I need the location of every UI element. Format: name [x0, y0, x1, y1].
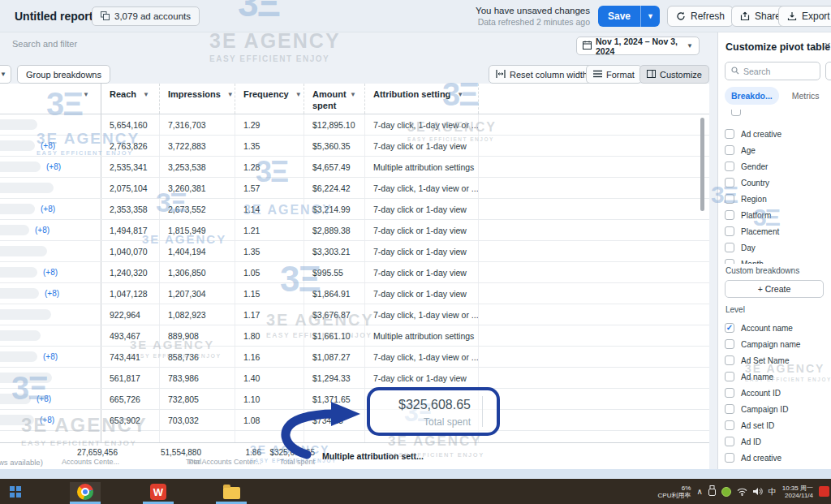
checkbox-item[interactable]: Platform	[725, 207, 829, 223]
checkbox[interactable]	[725, 437, 734, 446]
clock[interactable]: 10:35 周一 2024/11/4	[782, 485, 813, 499]
checkbox[interactable]	[725, 404, 734, 414]
checkbox-item[interactable]: Ad creative	[725, 126, 829, 142]
checked-checkbox[interactable]: ✓	[725, 323, 734, 333]
checkbox-item[interactable]: Country	[725, 174, 829, 191]
checkbox[interactable]	[725, 420, 734, 430]
checkbox-item[interactable]: Ad creative	[725, 450, 829, 466]
file-explorer-taskbar-button[interactable]	[216, 482, 247, 502]
checkbox[interactable]	[725, 194, 734, 204]
cutoff-panel-button[interactable]	[825, 62, 831, 80]
checkbox-label: Account ID	[741, 389, 781, 398]
export-button[interactable]: Export	[778, 6, 831, 27]
redacted-account-name	[0, 373, 52, 383]
antivirus-icon[interactable]	[721, 487, 731, 497]
table-row[interactable]: (+8) 1,047,128 1,207,304 1.15 $1,864.91 …	[0, 283, 709, 304]
checkbox-item[interactable]: Region	[725, 191, 829, 207]
checkbox[interactable]	[725, 162, 734, 171]
table-row[interactable]: 922,964 1,082,923 1.17 $3,676.87 7-day c…	[0, 304, 709, 325]
checkbox[interactable]	[725, 226, 734, 236]
checkbox-label: Ad ID	[741, 437, 761, 446]
tab-metrics[interactable]: Metrics	[786, 87, 826, 105]
checkbox[interactable]	[725, 259, 734, 264]
column-header-frequency[interactable]: Frequency▼	[235, 84, 304, 114]
table-row[interactable]: 2,075,104 3,260,381 1.57 $6,224.42 7-day…	[0, 178, 709, 199]
wps-taskbar-button[interactable]: W	[143, 482, 174, 502]
checkbox-item[interactable]: Ad Set Name	[725, 352, 829, 368]
checkbox[interactable]	[725, 388, 734, 398]
column-header-reach[interactable]: Reach▼	[101, 84, 160, 114]
checkbox-item[interactable]: Campaign name	[725, 336, 829, 352]
checkbox-item[interactable]	[731, 110, 829, 119]
checkbox[interactable]	[725, 355, 734, 365]
table-row[interactable]: 1,040,070 1,404,194 1.35 $3,303.21 7-day…	[0, 241, 709, 262]
column-header-amount-spent[interactable]: Amount spent▼	[304, 84, 365, 114]
ad-accounts-button[interactable]: 3,079 ad accounts	[92, 6, 200, 26]
checkbox-item[interactable]: Campaign ID	[725, 401, 829, 417]
date-range-button[interactable]: Nov 1, 2024 – Nov 3, 2024 ▼	[576, 37, 700, 55]
checkbox-item[interactable]: Ad ID	[725, 433, 829, 450]
hidden-icons-chevron[interactable]: ∧	[696, 487, 702, 496]
chevron-down-icon[interactable]: ▼	[227, 91, 234, 114]
refresh-button[interactable]: Refresh	[667, 6, 734, 27]
chrome-taskbar-button[interactable]	[70, 482, 101, 502]
create-custom-breakdown-button[interactable]: + Create	[725, 280, 824, 298]
customize-button[interactable]: Customize	[639, 65, 709, 84]
checkbox[interactable]	[725, 210, 734, 220]
checkbox-item[interactable]: Placement	[725, 223, 829, 239]
chevron-down-icon: ▼	[687, 42, 693, 50]
checkbox-item[interactable]: ✓Account name	[725, 320, 829, 336]
notification-icon[interactable]	[819, 486, 829, 497]
table-row[interactable]: (+8) 2,535,341 3,253,538 1.28 $4,657.49 …	[0, 157, 709, 178]
table-row[interactable]: 5,654,160 7,316,703 1.29 $12,895.10 7-da…	[0, 114, 709, 136]
checkbox[interactable]	[725, 372, 734, 381]
column-header-name[interactable]: ▼	[0, 84, 101, 114]
checkbox-item[interactable]: Age	[725, 142, 829, 158]
table-row[interactable]: 561,817 783,986 1.40 $1,294.33 7-day cli…	[0, 368, 709, 389]
checkbox[interactable]	[725, 453, 734, 463]
table-row[interactable]: (+8) 2,353,358 2,673,552 1.14 $3,214.99 …	[0, 199, 709, 220]
table-row[interactable]: (+8) 1,240,320 1,306,850 1.05 $995.55 7-…	[0, 262, 709, 283]
taskbar: W 6% CPU利用率 ∧ 中 10:35 周一 2024/11/4	[0, 479, 831, 504]
table-row[interactable]: 493,467 889,908 1.80 $1,661.10 Multiple …	[0, 325, 709, 347]
chevron-down-icon[interactable]: ▼	[143, 91, 149, 114]
checkbox-label: Account name	[741, 324, 793, 333]
chevron-down-icon[interactable]: ▼	[350, 91, 356, 114]
checkbox-item[interactable]: Ad name	[725, 368, 829, 385]
tab-breakdowns[interactable]: Breakdo...	[725, 87, 779, 105]
cutoff-dropdown-button[interactable]: ▼	[0, 65, 11, 84]
close-icon[interactable]: ✕	[824, 41, 831, 51]
checkbox-item[interactable]: Account ID	[725, 385, 829, 401]
panel-search-input[interactable]: Search	[725, 62, 820, 80]
checkbox[interactable]	[725, 243, 734, 252]
chevron-down-icon[interactable]: ▼	[295, 91, 302, 114]
checkbox-label: Age	[741, 146, 756, 155]
format-button[interactable]: Format	[586, 65, 642, 84]
table-row[interactable]: (+8) 1,494,817 1,815,949 1.21 $2,889.38 …	[0, 220, 709, 241]
checkbox[interactable]	[725, 339, 734, 349]
table-row[interactable]: (+8) 743,441 858,736 1.16 $1,087.27 7-da…	[0, 347, 709, 368]
save-dropdown-button[interactable]: ▼	[640, 6, 660, 27]
checkbox-item[interactable]: Month	[725, 256, 829, 264]
checkbox-item[interactable]: Gender	[725, 158, 829, 174]
checkbox-item[interactable]: Ad set ID	[725, 417, 829, 433]
column-header-impressions[interactable]: Impressions▼	[160, 84, 235, 114]
vertical-scrollbar[interactable]	[700, 118, 704, 211]
reset-column-widths-button[interactable]: Reset column widths	[489, 65, 600, 84]
ime-indicator[interactable]: 中	[769, 486, 777, 498]
table-row[interactable]: (+8) 2,763,826 3,722,883 1.35 $5,360.35 …	[0, 136, 709, 157]
checkbox[interactable]	[725, 178, 734, 187]
checkbox[interactable]	[725, 145, 734, 155]
column-header-attribution[interactable]: Attribution setting▼	[365, 84, 479, 114]
save-button[interactable]: Save	[598, 6, 640, 27]
chevron-down-icon[interactable]: ▼	[457, 91, 463, 114]
wifi-icon[interactable]	[737, 485, 747, 499]
volume-icon[interactable]	[753, 485, 763, 499]
usb-icon[interactable]	[708, 485, 716, 499]
checkbox-item[interactable]: Day	[725, 239, 829, 256]
group-breakdowns-button[interactable]: Group breakdowns	[17, 65, 110, 84]
checkbox[interactable]	[725, 129, 734, 139]
chevron-down-icon[interactable]: ▼	[83, 91, 89, 114]
search-and-filter-input[interactable]: Search and filter	[12, 39, 77, 49]
start-button[interactable]	[0, 482, 31, 502]
